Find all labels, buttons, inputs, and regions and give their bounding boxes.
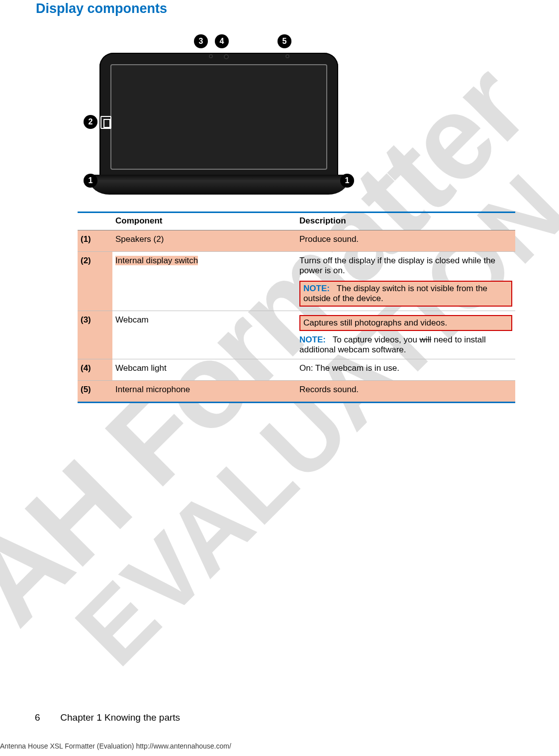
row-component: Internal microphone (112, 381, 296, 403)
row-description: On: The webcam is in use. (296, 359, 515, 381)
page-footer: 6 Chapter 1 Knowing the parts (35, 712, 180, 723)
row-component: Webcam (112, 311, 296, 359)
desc-text: Turns off the display if the display is … (299, 256, 512, 279)
desc-text: Captures still photographs and videos. (303, 318, 447, 327)
row-description: Records sound. (296, 381, 515, 403)
chapter-title: Chapter 1 Knowing the parts (60, 712, 180, 723)
page-number: 6 (35, 712, 58, 723)
note-prefix: To capture videos, you (333, 335, 420, 344)
table-row: (5) Internal microphone Records sound. (78, 381, 515, 403)
webcam-light-dot-icon (285, 54, 289, 58)
note-label: NOTE: (299, 335, 326, 344)
desc-text: Produce sound. (299, 234, 512, 247)
col-description: Description (296, 213, 515, 230)
row-num: (5) (78, 381, 112, 403)
callout-1-right: 1 (340, 174, 354, 188)
note-label: NOTE: (303, 284, 330, 293)
display-switch-icon (100, 116, 111, 129)
callout-4: 4 (215, 34, 229, 48)
table-row: (2) Internal display switch Turns off th… (78, 252, 515, 311)
row-component: Speakers (2) (112, 230, 296, 252)
laptop-screen (110, 64, 327, 170)
row-component: Webcam light (112, 359, 296, 381)
callout-1-left: 1 (84, 174, 97, 188)
note-box: NOTE: The display switch is not visible … (299, 281, 512, 307)
row-component-text: Internal display switch (115, 256, 198, 265)
row-description: Captures still photographs and videos. N… (296, 311, 515, 359)
note-strike: will (420, 335, 432, 344)
desc-text-box: Captures still photographs and videos. (299, 315, 512, 331)
row-num: (1) (78, 230, 112, 252)
note-box: NOTE: To capture videos, you will need t… (299, 333, 512, 355)
row-description: Turns off the display if the display is … (296, 252, 515, 311)
row-num: (3) (78, 311, 112, 359)
table-row: (1) Speakers (2) Produce sound. (78, 230, 515, 252)
laptop-base (90, 175, 348, 195)
row-num: (2) (78, 252, 112, 311)
desc-text: On: The webcam is in use. (299, 363, 512, 376)
col-num (78, 213, 112, 230)
laptop-illustration: 1 1 2 3 4 5 (80, 25, 358, 205)
evaluation-line: Antenna House XSL Formatter (Evaluation)… (0, 742, 231, 750)
components-table: Component Description (1) Speakers (2) P… (78, 212, 515, 403)
table-row: (3) Webcam Captures still photographs an… (78, 311, 515, 359)
desc-text: Records sound. (299, 385, 512, 398)
row-description: Produce sound. (296, 230, 515, 252)
row-num: (4) (78, 359, 112, 381)
section-heading: Display components (36, 1, 524, 16)
mic-dot-icon (209, 54, 213, 58)
row-component: Internal display switch (112, 252, 296, 311)
note-text: The display switch is not visible from t… (303, 284, 487, 303)
callout-5: 5 (278, 34, 291, 48)
callout-3: 3 (194, 34, 208, 48)
callout-2: 2 (84, 115, 97, 129)
col-component: Component (112, 213, 296, 230)
table-row: (4) Webcam light On: The webcam is in us… (78, 359, 515, 381)
webcam-dot-icon (224, 54, 229, 59)
